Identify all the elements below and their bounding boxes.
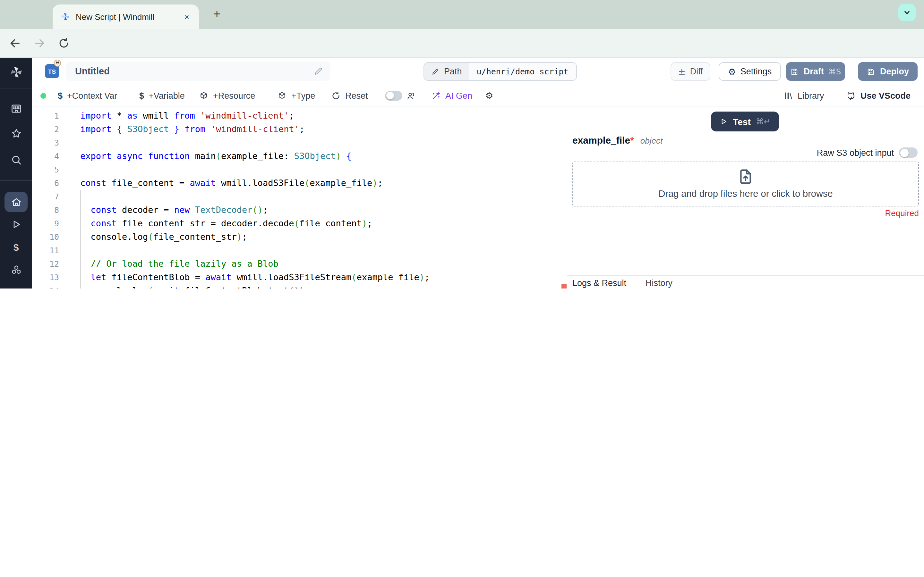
code-line[interactable]: 5: [32, 163, 557, 176]
path-value[interactable]: u/henri/demo_script: [469, 63, 576, 80]
raw-s3-toggle[interactable]: [899, 147, 918, 158]
code-text: let fileContentBlob = await wmill.loadS3…: [80, 271, 430, 284]
code-editor[interactable]: 1import * as wmill from 'windmill-client…: [32, 106, 557, 288]
code-text: console.log(await fileContentBlob.text()…: [80, 284, 310, 288]
path-label: Path: [444, 67, 462, 76]
sidebar-divider: [0, 180, 32, 181]
argument-row: example_file * object: [572, 135, 662, 145]
code-text: const decoder = new TextDecoder();: [80, 203, 268, 217]
windmill-logo-icon[interactable]: [0, 63, 32, 81]
tab-close-icon[interactable]: ×: [181, 11, 192, 23]
use-vscode-button[interactable]: Use VScode: [846, 85, 911, 106]
argument-name: example_file: [572, 135, 630, 145]
code-line[interactable]: 10 console.log(file_content_str);: [32, 230, 557, 243]
new-tab-button[interactable]: +: [208, 6, 225, 23]
sidebar-item-apps[interactable]: [0, 99, 32, 117]
sidebar-item-runs-play-icon[interactable]: [0, 215, 32, 234]
code-line[interactable]: 13 let fileContentBlob = await wmill.loa…: [32, 271, 557, 284]
add-resource-button[interactable]: +Resource: [199, 85, 255, 106]
code-text: export async function main(example_file:…: [80, 149, 352, 163]
line-number: 12: [32, 257, 59, 271]
editor-settings-gear-icon[interactable]: ⚙: [485, 85, 493, 106]
line-number: 14: [32, 284, 59, 288]
sidebar-item-variables-dollar-icon[interactable]: $: [0, 238, 32, 256]
code-line[interactable]: 11: [32, 243, 557, 257]
code-line[interactable]: 8 const decoder = new TextDecoder();: [32, 203, 557, 217]
edit-title-pencil-icon[interactable]: [313, 66, 323, 76]
sidebar-item-search-icon[interactable]: [0, 151, 32, 169]
reset-icon: [331, 91, 341, 100]
script-title-input[interactable]: Untitled: [66, 61, 330, 81]
reset-button[interactable]: Reset: [331, 85, 368, 106]
tab-logs-result[interactable]: Logs & Result: [572, 278, 626, 288]
code-line[interactable]: 4export async function main(example_file…: [32, 149, 557, 163]
save-icon: [790, 67, 799, 76]
library-icon: [783, 91, 793, 100]
code-line[interactable]: 1import * as wmill from 'windmill-client…: [32, 109, 557, 122]
required-asterisk: *: [630, 135, 634, 145]
panel-divider: [567, 275, 924, 276]
code-line[interactable]: 7: [32, 190, 557, 203]
file-dropzone[interactable]: Drag and drop files here or click to bro…: [572, 161, 919, 206]
browser-toolbar: app.windmill.dev/scripts/add#JTdCJTIyaGF…: [0, 29, 924, 58]
status-dot: [40, 93, 46, 99]
back-icon[interactable]: [8, 36, 23, 51]
bun-runtime-badge-icon: [54, 60, 61, 67]
line-number: 13: [32, 271, 59, 284]
code-line[interactable]: 3: [32, 136, 557, 149]
ai-gen-button[interactable]: AI Gen: [431, 85, 472, 106]
package-icon: [277, 91, 287, 100]
line-number: 9: [32, 217, 59, 230]
multiplayer-icon[interactable]: [406, 85, 416, 106]
sidebar-item-resources-cubes-icon[interactable]: [0, 261, 32, 279]
add-variable-button[interactable]: $ +Variable: [139, 85, 185, 106]
sidebar-item-home-icon[interactable]: [0, 193, 32, 211]
windmill-app: TS Untitled Path u/henri/demo_script ± D…: [32, 58, 924, 288]
add-type-button[interactable]: +Type: [277, 85, 315, 106]
diff-icon: ±: [678, 66, 685, 77]
file-upload-icon: [737, 168, 754, 185]
path-chip[interactable]: Path u/henri/demo_script: [423, 62, 577, 81]
screen: New Script | Windmill × + app.windmill.d…: [0, 0, 924, 288]
save-icon: [867, 67, 876, 76]
line-number: 6: [32, 176, 59, 190]
code-line[interactable]: 9 const file_content_str = decoder.decod…: [32, 217, 557, 230]
code-line[interactable]: 2import { S3Object } from 'windmill-clie…: [32, 122, 557, 136]
browser-tabstrip: New Script | Windmill × +: [0, 0, 924, 29]
code-text: import { S3Object } from 'windmill-clien…: [80, 122, 304, 136]
package-icon: [199, 91, 208, 100]
line-number: 3: [32, 136, 59, 149]
test-button[interactable]: Test ⌘↵: [711, 111, 779, 131]
code-line[interactable]: 6const file_content = await wmill.loadS3…: [32, 176, 557, 190]
settings-button[interactable]: ⚙ Settings: [719, 62, 781, 81]
gear-icon: ⚙: [728, 67, 736, 76]
dropzone-text: Drag and drop files here or click to bro…: [573, 189, 918, 199]
line-number: 5: [32, 163, 59, 176]
refresh-icon[interactable]: [57, 36, 71, 51]
raw-s3-label: Raw S3 object input: [817, 148, 894, 157]
add-context-var-button[interactable]: $ +Context Var: [58, 85, 117, 106]
library-button[interactable]: Library: [783, 85, 824, 106]
code-line[interactable]: 12 // Or load the file lazily as a Blob: [32, 257, 557, 271]
line-number: 8: [32, 203, 59, 217]
browser-tab[interactable]: New Script | Windmill ×: [53, 5, 199, 29]
deploy-button[interactable]: Deploy: [858, 62, 918, 81]
forward-icon[interactable]: [32, 36, 47, 51]
diff-button[interactable]: ± Diff: [670, 62, 710, 81]
sidebar-divider: [0, 88, 32, 89]
assistant-toggle[interactable]: [385, 85, 402, 106]
sidebar-item-favorites-star-icon[interactable]: [0, 124, 32, 142]
tab-history[interactable]: History: [646, 278, 672, 288]
splitter-drag-handle[interactable]: [561, 284, 567, 288]
argument-type: object: [640, 136, 662, 145]
play-icon: [719, 117, 728, 126]
draft-button[interactable]: Draft ⌘S: [786, 62, 845, 81]
code-text: console.log(file_content_str);: [80, 230, 247, 243]
github-cat-icon: [846, 90, 856, 101]
windmill-favicon-icon: [60, 11, 71, 22]
tab-search-chevron-icon[interactable]: [898, 4, 916, 21]
sidebar: $ ⚙ ?: [0, 58, 32, 288]
script-title: Untitled: [75, 66, 110, 76]
code-line[interactable]: 14 console.log(await fileContentBlob.tex…: [32, 284, 557, 288]
pane-splitter[interactable]: [557, 106, 567, 288]
